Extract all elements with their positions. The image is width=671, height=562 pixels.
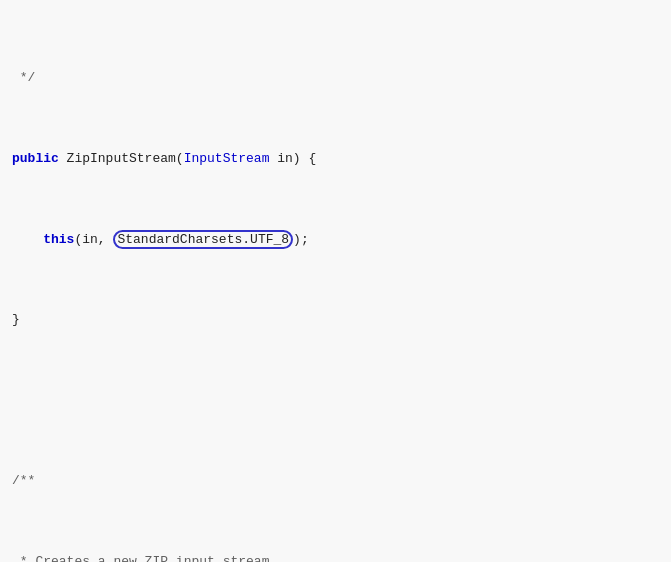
code-plain: ZipInputStream( bbox=[67, 151, 184, 166]
code-line-4: } bbox=[12, 310, 659, 330]
type-inputstream: InputStream bbox=[184, 151, 270, 166]
code-plain: in) { bbox=[269, 151, 316, 166]
code-line-3: this(in, StandardCharsets.UTF_8); bbox=[12, 230, 659, 250]
javadoc-line: * Creates a new ZIP input stream. bbox=[12, 554, 277, 562]
keyword-this: this bbox=[43, 232, 74, 247]
code-plain: } bbox=[12, 312, 20, 327]
javadoc-open: /** bbox=[12, 473, 35, 488]
code-plain: (in, bbox=[74, 232, 113, 247]
keyword-public: public bbox=[12, 151, 67, 166]
code-line-7: * Creates a new ZIP input stream. bbox=[12, 552, 659, 562]
code-indent bbox=[12, 232, 43, 247]
highlighted-charset: StandardCharsets.UTF_8 bbox=[113, 230, 293, 249]
code-plain: ); bbox=[293, 232, 309, 247]
code-line-6: /** bbox=[12, 471, 659, 491]
code-line-1: */ bbox=[12, 68, 659, 88]
code-view: */ public ZipInputStream(InputStream in)… bbox=[12, 8, 659, 562]
code-line-2: public ZipInputStream(InputStream in) { bbox=[12, 149, 659, 169]
comment-text: */ bbox=[12, 70, 35, 85]
charset-value: StandardCharsets.UTF_8 bbox=[117, 232, 289, 247]
code-line-5 bbox=[12, 391, 659, 411]
